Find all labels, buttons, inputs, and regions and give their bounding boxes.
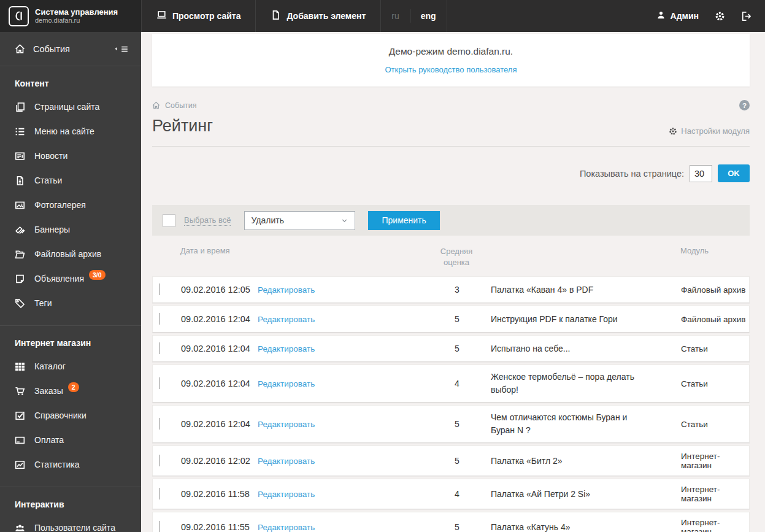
demo-notice-title: Демо-режим demo.diafan.ru.: [389, 46, 513, 57]
sidebar-item[interactable]: Каталог: [0, 354, 141, 379]
logout-icon[interactable]: [741, 11, 752, 21]
row-title: Палатка «Ай Петри 2 Si»: [491, 488, 653, 501]
user-menu[interactable]: Админ: [656, 10, 699, 21]
breadcrumb-row: События ?: [152, 100, 750, 110]
sidebar-item[interactable]: Справочники: [0, 403, 141, 428]
edit-link[interactable]: Редактировать: [258, 523, 371, 532]
sidebar-item[interactable]: Теги: [0, 291, 141, 315]
help-button[interactable]: ?: [739, 100, 750, 110]
sidebar-item-label: Теги: [34, 298, 52, 308]
row-rating: 5: [436, 419, 479, 429]
edit-link[interactable]: Редактировать: [258, 490, 371, 499]
sidebar-item[interactable]: Страницы сайта: [0, 94, 141, 119]
photo-icon: [15, 200, 26, 210]
add-element-button[interactable]: Добавить элемент: [256, 0, 381, 32]
gear-icon: [669, 127, 677, 136]
row-title: Женское термобельё – пора делать выбор!: [491, 371, 653, 396]
edit-link[interactable]: Редактировать: [258, 344, 371, 353]
diafan-logo-icon: [9, 6, 29, 26]
home-icon: [152, 101, 160, 109]
edit-link[interactable]: Редактировать: [258, 420, 371, 429]
row-checkbox[interactable]: [159, 488, 160, 499]
row-checkbox[interactable]: [159, 313, 160, 325]
sidebar-header-events[interactable]: События: [0, 32, 141, 66]
sidebar-item[interactable]: Новости: [0, 144, 141, 168]
sidebar-item[interactable]: Меню на сайте: [0, 119, 141, 144]
row-rating: 5: [436, 456, 479, 466]
settings-gear-icon[interactable]: [715, 11, 725, 21]
users-icon: [15, 523, 26, 532]
row-title: Палатка «Катунь 4»: [491, 521, 653, 532]
row-checkbox[interactable]: [159, 521, 160, 532]
ok-button[interactable]: OK: [718, 164, 750, 182]
user-icon: [656, 10, 666, 21]
grid-icon: [15, 361, 26, 372]
sidebar-item-label: Пользователи сайта: [34, 523, 115, 532]
table-row: 09.02.2016 11:55 Редактировать 5 Палатка…: [152, 512, 750, 532]
sidebar-item-label: Статьи: [34, 175, 62, 185]
sidebar-section: ИнтерактивПользователи сайтаФорум: [0, 487, 141, 532]
per-page-row: Показывать на странице: OK: [152, 164, 750, 182]
sidebar-item-label: Статистика: [34, 460, 80, 469]
chart-icon: [15, 460, 26, 470]
row-checkbox[interactable]: [159, 342, 160, 354]
sidebar-item-label: Объявления: [34, 274, 84, 283]
folder-open-icon: [15, 249, 26, 260]
logo[interactable]: Система управления demo.diafan.ru: [0, 0, 141, 32]
row-checkbox[interactable]: [159, 418, 160, 430]
sidebar-section: КонтентСтраницы сайтаМеню на сайтеНовост…: [0, 66, 141, 320]
user-guide-link[interactable]: Открыть руководство пользователя: [385, 65, 517, 74]
lang-ru[interactable]: ru: [381, 11, 409, 21]
module-settings-link[interactable]: Настройки модуля: [669, 126, 750, 136]
sidebar-item-label: Фотогалерея: [34, 200, 86, 210]
row-module: Интернет-магазин: [681, 452, 749, 470]
view-site-button[interactable]: Просмотр сайта: [141, 0, 256, 32]
sidebar-item[interactable]: Оплата: [0, 428, 141, 452]
row-checkbox[interactable]: [159, 455, 160, 466]
row-date: 09.02.2016 12:05: [181, 285, 258, 295]
sidebar-item-label: Заказы: [34, 386, 63, 396]
row-checkbox[interactable]: [159, 377, 160, 389]
sidebar-item[interactable]: Файловый архив: [0, 242, 141, 266]
banner-icon: [15, 225, 26, 235]
sidebar-section: Интернет магазинКаталогЗаказы2Справочник…: [0, 325, 141, 482]
row-checkbox[interactable]: [159, 283, 160, 295]
row-rating: 5: [436, 314, 479, 324]
column-date: Дата и время: [180, 246, 257, 255]
lang-eng[interactable]: eng: [410, 11, 447, 21]
sidebar-item[interactable]: Заказы2: [0, 379, 141, 403]
edit-link[interactable]: Редактировать: [258, 285, 371, 295]
bulk-action-select[interactable]: Удалить: [244, 211, 355, 230]
sidebar-header-label: События: [33, 44, 70, 54]
edit-link[interactable]: Редактировать: [258, 379, 371, 388]
sidebar-item[interactable]: Объявления3/0: [0, 266, 141, 291]
sidebar-item[interactable]: Пользователи сайта: [0, 515, 141, 532]
table-row: 09.02.2016 12:02 Редактировать 5 Палатка…: [152, 445, 750, 476]
add-element-label: Добавить элемент: [286, 11, 366, 21]
sidebar-item-label: Оплата: [34, 435, 64, 445]
edit-link[interactable]: Редактировать: [258, 315, 371, 324]
table-row: 09.02.2016 12:04 Редактировать 5 Инструк…: [152, 306, 750, 333]
select-all-label[interactable]: Выбрать всё: [184, 215, 231, 226]
laptop-icon: [156, 10, 167, 22]
sidebar-item[interactable]: Статьи: [0, 168, 141, 193]
card-icon: [15, 435, 26, 445]
apply-button[interactable]: Применить: [368, 211, 439, 230]
news-icon: [15, 151, 26, 161]
per-page-input[interactable]: [690, 165, 712, 182]
row-date: 09.02.2016 12:04: [181, 314, 258, 324]
sidebar-item[interactable]: Баннеры: [0, 217, 141, 242]
breadcrumb[interactable]: События: [152, 101, 197, 110]
sidebar-item[interactable]: Статистика: [0, 452, 141, 477]
row-rating: 5: [436, 522, 479, 532]
edit-link[interactable]: Редактировать: [258, 457, 371, 466]
row-rating: 4: [436, 379, 479, 388]
row-rating: 5: [436, 344, 479, 353]
sidebar-sections: КонтентСтраницы сайтаМеню на сайтеНовост…: [0, 66, 141, 532]
sidebar-item[interactable]: Фотогалерея: [0, 193, 141, 217]
sidebar-collapse-button[interactable]: [113, 45, 129, 53]
select-all-checkbox[interactable]: [163, 214, 175, 227]
sidebar-section-title: Контент: [0, 79, 141, 88]
row-title: Испытано на себе...: [491, 342, 653, 355]
sidebar-item-label: Новости: [34, 151, 67, 161]
